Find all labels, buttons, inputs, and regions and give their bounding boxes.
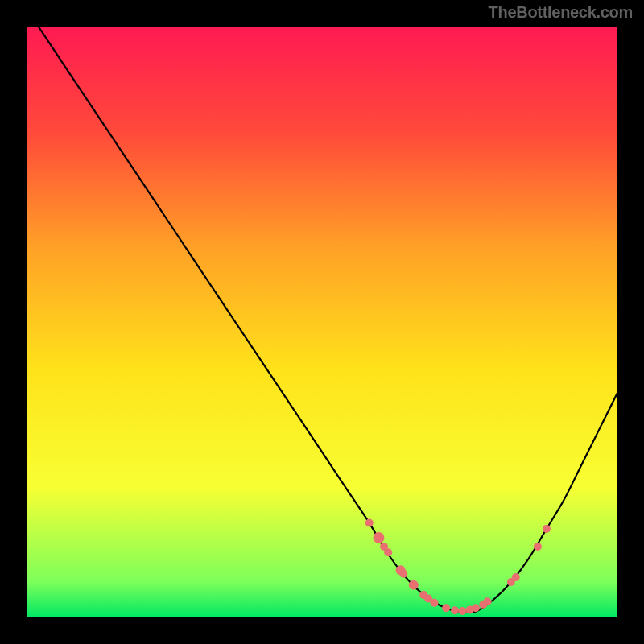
- data-marker: [534, 543, 542, 551]
- data-marker: [399, 570, 407, 578]
- gradient-background: [27, 27, 617, 617]
- data-marker: [459, 607, 467, 615]
- data-marker: [409, 580, 419, 590]
- data-marker: [472, 604, 480, 612]
- data-marker: [512, 573, 520, 581]
- attribution-label: TheBottleneck.com: [489, 3, 633, 22]
- data-marker: [365, 519, 374, 527]
- data-marker: [430, 599, 438, 607]
- data-marker: [484, 597, 492, 605]
- chart-frame: TheBottleneck.com: [0, 0, 644, 644]
- data-marker: [543, 525, 551, 533]
- data-marker: [373, 532, 384, 543]
- plot-area: [27, 27, 617, 617]
- data-marker: [384, 548, 392, 556]
- data-marker: [451, 606, 459, 614]
- bottleneck-chart: [27, 27, 617, 617]
- data-marker: [442, 604, 450, 612]
